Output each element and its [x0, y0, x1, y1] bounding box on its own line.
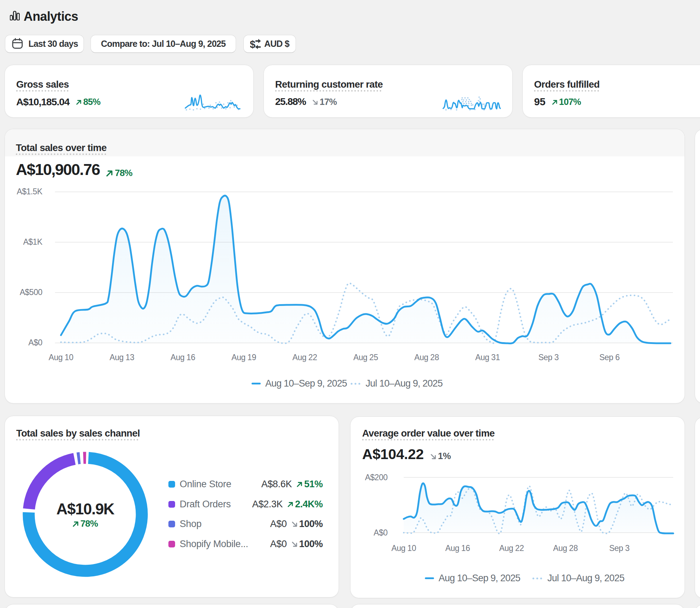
svg-text:$: $ [250, 39, 255, 50]
